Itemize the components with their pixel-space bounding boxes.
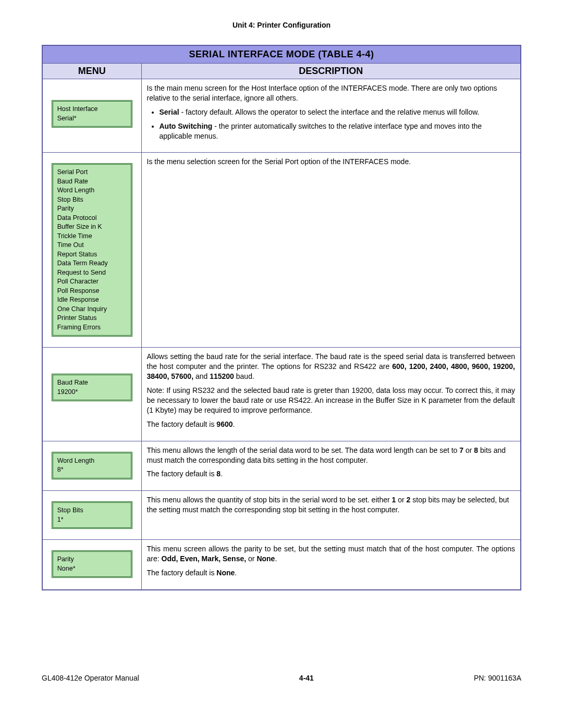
list-item: Auto Switching - the printer automatical… — [160, 121, 516, 141]
list-item: Serial - factory default. Allows the ope… — [160, 107, 516, 117]
lcd-parity: Parity None* — [52, 550, 132, 578]
lcd-host-interface: Host Interface Serial* — [52, 100, 132, 128]
footer-right: PN: 9001163A — [474, 674, 521, 682]
desc-text: Is the menu selection screen for the Ser… — [147, 157, 516, 167]
serial-interface-table: SERIAL INTERFACE MODE (TABLE 4-4) MENU D… — [42, 45, 521, 590]
desc-text: Note: If using RS232 and the selected ba… — [147, 386, 516, 415]
footer-left: GL408-412e Operator Manual — [42, 674, 139, 682]
table-row: Stop Bits 1* This menu allows the quanti… — [42, 491, 521, 540]
lcd-word-length: Word Length 8* — [52, 452, 132, 479]
desc-text: The factory default is None. — [147, 568, 516, 578]
desc-text: This menu allows the length of the seria… — [147, 446, 516, 465]
desc-text: The factory default is 8. — [147, 469, 516, 479]
unit-header: Unit 4: Printer Configuration — [42, 21, 521, 29]
desc-text: This menu allows the quantity of stop bi… — [147, 495, 516, 515]
desc-text: Is the main menu screen for the Host Int… — [147, 83, 516, 103]
table-header-row: MENU DESCRIPTION — [42, 64, 521, 79]
page-footer: GL408-412e Operator Manual 4-41 PN: 9001… — [42, 674, 521, 682]
table-row: Host Interface Serial* Is the main menu … — [42, 79, 521, 153]
footer-page-number: 4-41 — [299, 674, 314, 682]
table-title: SERIAL INTERFACE MODE (TABLE 4-4) — [42, 45, 521, 64]
table-title-row: SERIAL INTERFACE MODE (TABLE 4-4) — [42, 45, 521, 64]
table-row: Serial Port Baud Rate Word Length Stop B… — [42, 153, 521, 348]
desc-text: The factory default is 9600. — [147, 419, 516, 429]
desc-text: This menu screen allows the parity to be… — [147, 544, 516, 564]
lcd-baud-rate: Baud Rate 19200* — [52, 374, 132, 401]
table-row: Parity None* This menu screen allows the… — [42, 540, 521, 590]
table-row: Baud Rate 19200* Allows setting the baud… — [42, 348, 521, 441]
lcd-stop-bits: Stop Bits 1* — [52, 501, 132, 529]
col-header-description: DESCRIPTION — [141, 64, 521, 79]
col-header-menu: MENU — [42, 64, 141, 79]
lcd-serial-port: Serial Port Baud Rate Word Length Stop B… — [52, 163, 132, 337]
table-row: Word Length 8* This menu allows the leng… — [42, 441, 521, 491]
desc-text: Allows setting the baud rate for the ser… — [147, 352, 516, 381]
